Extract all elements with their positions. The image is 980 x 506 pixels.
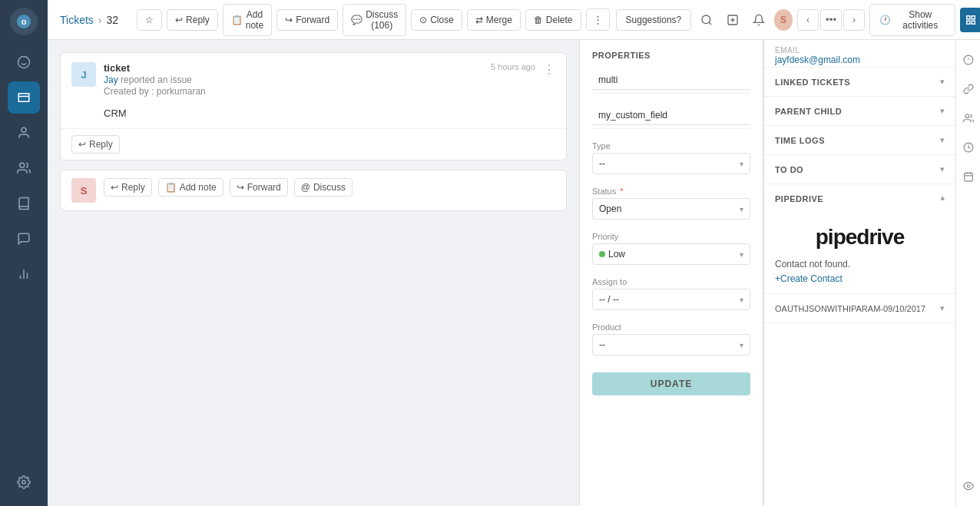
nav-item-chat[interactable] — [8, 223, 40, 255]
breadcrumb-separator: › — [98, 14, 102, 26]
message-actions: ↩ Reply — [61, 128, 566, 160]
time-logs-header[interactable]: TIME LOGS ▾ — [764, 126, 955, 154]
message-body: CRM — [61, 104, 566, 128]
nav-item-contacts[interactable] — [8, 117, 40, 149]
pipedrive-section: PIPEDRIVE ▾ pipedrive Contact not found.… — [764, 184, 955, 294]
svg-point-29 — [967, 485, 970, 488]
merge-button[interactable]: ⇄ Merge — [467, 9, 521, 31]
svg-point-23 — [965, 114, 968, 118]
pipedrive-chevron: ▾ — [940, 193, 945, 203]
to-do-title: TO DO — [775, 165, 803, 174]
show-activities-button[interactable]: 🕐 Show activities — [869, 4, 955, 36]
forward-small-icon: ↪ — [237, 182, 244, 193]
assign-to-value: -- / -- — [599, 294, 619, 305]
assign-to-label: Assign to — [592, 277, 750, 286]
type-value: -- — [599, 158, 605, 169]
info-icon[interactable] — [958, 49, 979, 71]
message-reply-button[interactable]: ↩ Reply — [71, 135, 120, 154]
svg-point-2 — [18, 57, 30, 68]
bell-icon[interactable] — [748, 8, 770, 32]
to-do-header[interactable]: TO DO ▾ — [764, 155, 955, 184]
star-button[interactable]: ☆ — [137, 9, 162, 31]
user-avatar[interactable]: S — [774, 9, 793, 31]
update-button[interactable]: UPDATE — [592, 372, 750, 395]
discuss-action-button[interactable]: @ Discuss — [294, 178, 353, 197]
priority-value: Low — [608, 249, 625, 260]
create-contact-link[interactable]: +Create Contact — [775, 273, 843, 284]
priority-dropdown[interactable]: Low ▾ — [592, 243, 750, 265]
message-more-button[interactable]: ⋮ — [543, 62, 555, 77]
pipedrive-content: pipedrive Contact not found. +Create Con… — [764, 213, 955, 293]
search-icon[interactable] — [696, 8, 717, 32]
reply-icon: ↩ — [175, 15, 183, 25]
next-ticket-button[interactable]: › — [843, 9, 865, 31]
reply-action-icon: ↩ — [111, 182, 118, 193]
top-actions: ☆ ↩ Reply 📋 Add note ↪ Forward 💬 Discuss… — [137, 4, 609, 36]
priority-field: Priority Low ▾ — [580, 227, 763, 273]
oauth-section: OAUTHJSONWITHIPARAM-09/10/2017 ▾ — [764, 294, 955, 323]
clock-side-icon[interactable] — [958, 137, 979, 158]
calendar-icon[interactable] — [958, 166, 979, 187]
right-icons-sidebar — [955, 40, 980, 506]
forward-action-button[interactable]: ↪ Forward — [230, 178, 288, 197]
ticket-list-button[interactable]: ••• — [820, 9, 842, 31]
nav-item-knowledge[interactable] — [8, 187, 40, 220]
chat-panel: J ticket Jay reported an issue Created b… — [48, 40, 579, 506]
more-options-button[interactable]: ⋮ — [586, 8, 610, 31]
reply-actions-row: ↩ Reply 📋 Add note ↪ Forward — [104, 178, 555, 197]
multi-input[interactable] — [592, 71, 750, 90]
pipedrive-logo-text: pipedrive — [816, 225, 904, 250]
eye-icon[interactable] — [958, 475, 979, 497]
type-dropdown[interactable]: -- ▾ — [592, 153, 750, 174]
nav-item-face[interactable] — [8, 46, 40, 78]
email-value[interactable]: jayfdesk@gmail.com — [775, 55, 945, 65]
product-dropdown[interactable]: -- ▾ — [592, 334, 750, 356]
discuss-button[interactable]: 💬 Discuss (106) — [343, 4, 406, 36]
product-field: Product -- ▾ — [580, 318, 763, 363]
linked-tickets-header[interactable]: LINKED TICKETS ▾ — [764, 68, 955, 96]
breadcrumb-tickets[interactable]: Tickets — [60, 14, 94, 26]
pipedrive-title: PIPEDRIVE — [775, 194, 823, 203]
linked-tickets-chevron: ▾ — [940, 77, 945, 87]
plus-icon[interactable] — [722, 8, 743, 32]
multi-field — [580, 66, 763, 101]
link-icon[interactable] — [958, 78, 979, 100]
oauth-chevron: ▾ — [940, 303, 945, 313]
linked-tickets-section: LINKED TICKETS ▾ — [764, 68, 955, 97]
message-time: 5 hours ago — [491, 62, 535, 71]
add-note-action-button[interactable]: 📋 Add note — [158, 178, 223, 197]
message-meta: ticket Jay reported an issue Created by … — [104, 62, 483, 97]
people-icon[interactable] — [958, 107, 979, 129]
prev-ticket-button[interactable]: ‹ — [797, 9, 819, 31]
nav-item-tickets[interactable] — [8, 81, 40, 114]
product-label: Product — [592, 322, 750, 332]
reply-button[interactable]: ↩ Reply — [167, 9, 218, 31]
pipedrive-header[interactable]: PIPEDRIVE ▾ — [764, 184, 955, 213]
app-logo: o — [10, 8, 38, 35]
time-logs-section: TIME LOGS ▾ — [764, 126, 955, 155]
priority-label: Priority — [592, 232, 750, 241]
main-area: Tickets › 32 ☆ ↩ Reply 📋 Add note ↪ Forw… — [48, 0, 980, 506]
svg-point-11 — [702, 15, 710, 24]
grid-view-button[interactable] — [960, 8, 980, 32]
ticket-message-card: J ticket Jay reported an issue Created b… — [60, 52, 567, 160]
assign-to-dropdown[interactable]: -- / -- ▾ — [592, 289, 750, 310]
to-do-chevron: ▾ — [940, 164, 945, 174]
close-button[interactable]: ⊙ Close — [411, 9, 462, 31]
time-logs-chevron: ▾ — [940, 135, 945, 145]
oauth-header[interactable]: OAUTHJSONWITHIPARAM-09/10/2017 ▾ — [764, 294, 955, 322]
add-note-button[interactable]: 📋 Add note — [223, 4, 272, 36]
navigation-arrows: ‹ ••• › — [797, 9, 865, 31]
reply-action-button[interactable]: ↩ Reply — [104, 178, 152, 197]
custom-field-input[interactable] — [592, 106, 750, 125]
delete-button[interactable]: 🗑 Delete — [525, 9, 581, 31]
nav-item-groups[interactable] — [8, 152, 40, 184]
nav-item-settings[interactable] — [8, 466, 40, 498]
forward-button[interactable]: ↪ Forward — [276, 9, 338, 31]
type-label: Type — [592, 141, 750, 150]
status-dropdown[interactable]: Open ▾ — [592, 198, 750, 220]
suggestions-button[interactable]: Suggestions? — [616, 9, 692, 31]
reporter-name: Jay — [104, 74, 118, 85]
nav-item-reports[interactable] — [8, 258, 40, 290]
parent-child-header[interactable]: PARENT CHILD ▾ — [764, 97, 955, 125]
